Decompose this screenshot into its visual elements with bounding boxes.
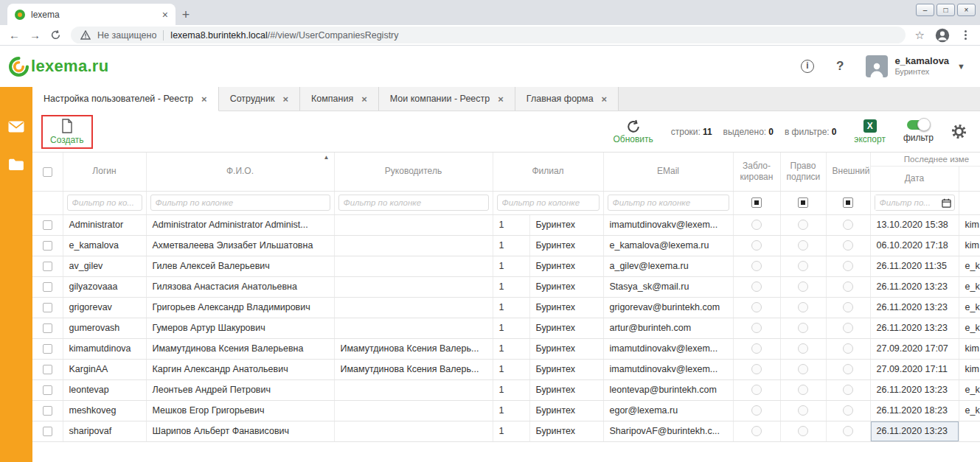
cell-fio[interactable]: Гилев Алексей Валерьевич [146,256,334,276]
cell-fio[interactable]: Каргин Александр Анатольевич [146,359,334,379]
cell-editor[interactable]: e_k [959,276,980,297]
blocked-checkbox[interactable] [751,281,762,292]
cell-sign[interactable] [780,400,826,421]
cell-login[interactable]: av_gilev [63,256,146,276]
cell-branch-code[interactable]: 1 [493,318,529,338]
row-checkbox[interactable] [43,323,52,333]
cell-email[interactable]: imamutdinovakv@lexem... [603,338,733,359]
cell-branch[interactable]: Буринтех [529,214,603,235]
cell-date[interactable]: 26.11.2020 13:23 [870,379,959,400]
table-row[interactable]: gumerovashГумеров Артур Шакурович1Буринт… [32,318,980,338]
cell-email[interactable]: grigorevav@burintekh.com [603,297,733,318]
cell-branch-code[interactable]: 1 [493,359,529,379]
cell-external[interactable] [826,256,870,276]
cell-fio[interactable]: Шарипов Альберт Фанависович [146,421,334,441]
filter-email-input[interactable] [608,195,729,211]
cell-branch-code[interactable]: 1 [493,214,529,235]
column-header-email[interactable]: EMail [603,153,733,191]
cell-manager[interactable]: Имамутдинова Ксения Валерь... [334,338,493,359]
app-tab[interactable]: Сотрудник× [219,87,300,111]
user-menu[interactable]: e_kamalova Буринтех ▼ [866,55,965,77]
help-icon[interactable]: ? [836,59,844,74]
column-header-blocked[interactable]: Забло- кирован [733,153,780,191]
row-select-cell[interactable] [32,276,63,297]
cell-branch[interactable]: Буринтех [529,379,603,400]
cell-email[interactable]: SharipovAF@burintekh.c... [603,421,733,441]
sign-checkbox[interactable] [798,261,808,271]
cell-editor[interactable]: e_k [959,379,980,400]
cell-branch[interactable]: Буринтех [529,338,603,359]
cell-blocked[interactable] [733,214,780,235]
cell-branch-code[interactable]: 1 [493,235,529,256]
row-select-cell[interactable] [32,338,63,359]
row-select-cell[interactable] [32,359,63,379]
tab-close-icon[interactable]: × [201,94,207,105]
cell-date[interactable]: 26.11.2020 18:23 [870,400,959,421]
row-checkbox[interactable] [43,365,52,374]
cell-login[interactable]: grigorevav [63,297,146,318]
cell-branch-code[interactable]: 1 [493,338,529,359]
blocked-checkbox[interactable] [751,364,762,374]
cell-branch[interactable]: Буринтех [529,359,603,379]
cell-editor[interactable]: kim [959,214,980,235]
toggle-switch[interactable] [907,120,929,130]
cell-sign[interactable] [780,421,826,441]
cell-fio[interactable]: Леонтьев Андрей Петрович [146,379,334,400]
cell-sign[interactable] [780,297,826,318]
external-checkbox[interactable] [843,220,853,230]
cell-branch-code[interactable]: 1 [493,400,529,421]
calendar-icon[interactable] [942,198,951,208]
blocked-checkbox[interactable] [751,426,762,436]
info-icon[interactable]: i [801,60,814,73]
cell-manager[interactable]: Имамутдинова Ксения Валерь... [334,359,493,379]
close-button[interactable]: × [957,4,976,16]
cell-sign[interactable] [780,318,826,338]
external-checkbox[interactable] [843,343,853,354]
browser-tab-close-icon[interactable]: × [162,10,168,20]
table-row[interactable]: av_gilevГилев Алексей Валерьевич1Буринте… [32,256,980,276]
cell-external[interactable] [826,235,870,256]
cell-editor[interactable]: e_k [959,256,980,276]
cell-sign[interactable] [780,276,826,297]
cell-sign[interactable] [780,256,826,276]
profile-avatar-icon[interactable] [934,27,951,43]
cell-login[interactable]: gilyazovaaa [63,276,146,297]
cell-branch[interactable]: Буринтех [529,276,603,297]
blocked-checkbox[interactable] [751,323,762,333]
bookmark-star-icon[interactable]: ☆ [915,29,925,42]
cell-branch[interactable]: Буринтех [529,421,603,441]
cell-email[interactable]: imamutdinovakv@lexem... [603,214,733,235]
select-all-checkbox[interactable] [43,167,52,177]
tab-close-icon[interactable]: × [602,94,608,105]
column-header-date[interactable]: Дата [870,166,959,191]
table-row[interactable]: gilyazovaaaГилязова Анастасия Анатольевн… [32,276,980,297]
blocked-checkbox[interactable] [751,405,762,416]
app-tab[interactable]: Главная форма× [515,87,619,111]
row-select-cell[interactable] [32,318,63,338]
cell-external[interactable] [826,400,870,421]
cell-external[interactable] [826,421,870,441]
filter-login-input[interactable] [67,195,142,211]
row-select-cell[interactable] [32,421,63,441]
cell-fio[interactable]: Мешков Егор Григорьевич [146,400,334,421]
app-tab[interactable]: Настройка пользователей - Реестр× [32,87,219,111]
external-checkbox[interactable] [843,405,853,416]
settings-button[interactable] [951,124,967,139]
sign-checkbox[interactable] [798,323,808,333]
cell-manager[interactable] [334,276,493,297]
cell-manager[interactable] [334,235,493,256]
sign-checkbox[interactable] [798,426,808,436]
row-select-cell[interactable] [32,297,63,318]
cell-sign[interactable] [780,214,826,235]
cell-manager[interactable] [334,256,493,276]
cell-email[interactable]: leontevap@burintekh.com [603,379,733,400]
cell-sign[interactable] [780,338,826,359]
sidebar-item-mail[interactable] [8,121,24,133]
cell-editor[interactable]: kim [959,235,980,256]
cell-login[interactable]: sharipovaf [63,421,146,441]
cell-login[interactable]: e_kamalova [63,235,146,256]
tab-close-icon[interactable]: × [361,94,367,105]
sign-checkbox[interactable] [798,364,808,374]
cell-date[interactable]: 13.10.2020 15:38 [870,214,959,235]
cell-branch-code[interactable]: 1 [493,379,529,400]
